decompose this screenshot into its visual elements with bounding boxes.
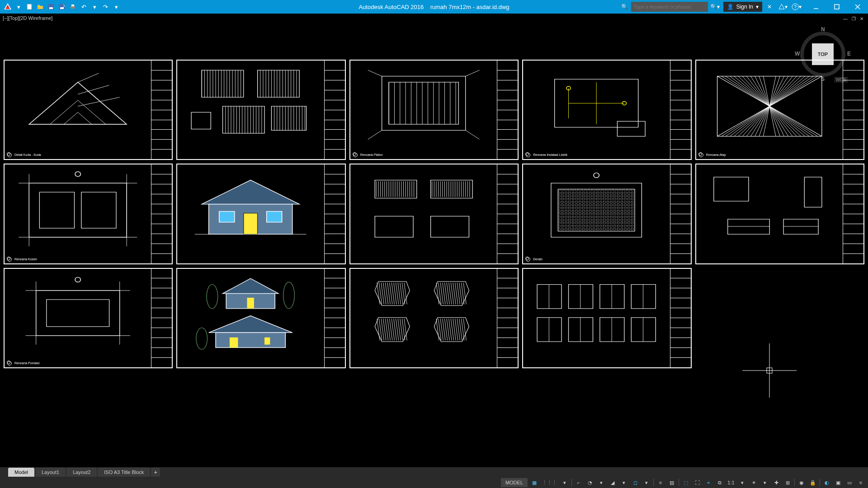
doc-close-icon[interactable]: ✕: [858, 15, 865, 22]
undo-icon[interactable]: ↶: [79, 2, 89, 12]
snap-icon[interactable]: ⋮⋮⋮: [540, 478, 559, 487]
svg-rect-231: [558, 201, 561, 203]
modelspace-button[interactable]: MODEL: [501, 478, 528, 487]
hardware-accel-icon[interactable]: ◐: [821, 478, 832, 487]
svg-rect-452: [614, 192, 616, 194]
redo-dropdown-icon[interactable]: ▾: [111, 2, 121, 12]
selection-filter-icon[interactable]: ⧉: [714, 478, 725, 487]
svg-rect-4: [49, 7, 53, 9]
svg-rect-303: [576, 207, 578, 209]
qat-dropdown-icon[interactable]: ▾: [14, 2, 24, 12]
svg-rect-524: [631, 198, 633, 200]
polar-dropdown-icon[interactable]: ▾: [596, 478, 607, 487]
undo-dropdown-icon[interactable]: ▾: [90, 2, 99, 12]
svg-rect-115: [618, 121, 646, 136]
svg-rect-414: [604, 204, 606, 206]
svg-rect-489: [621, 219, 623, 221]
exchange-icon[interactable]: ✕: [763, 2, 776, 12]
search-prefix-icon[interactable]: 🔍: [618, 2, 631, 12]
svg-rect-335: [583, 219, 585, 221]
sign-in-button[interactable]: 👤 Sign In ▾: [723, 2, 762, 12]
redo-icon[interactable]: ↷: [100, 2, 110, 12]
svg-rect-377: [593, 219, 595, 221]
annotation-scale-button[interactable]: 1:1: [726, 478, 736, 487]
add-layout-button[interactable]: +: [151, 468, 160, 477]
drawing-canvas[interactable]: Detail Kuda - KudaRencana PlafonRencana …: [4, 23, 864, 465]
3dosnap-icon[interactable]: ⛶: [692, 478, 703, 487]
svg-rect-343: [586, 201, 588, 203]
svg-rect-358: [590, 204, 592, 206]
isodraft-dropdown-icon[interactable]: ▾: [618, 478, 629, 487]
svg-rect-333: [583, 213, 585, 215]
svg-line-93: [466, 70, 480, 76]
snap-dropdown-icon[interactable]: ▾: [559, 478, 570, 487]
svg-rect-294: [572, 222, 574, 224]
svg-rect-619: [600, 284, 624, 308]
maximize-button[interactable]: [826, 0, 847, 14]
help-search-input[interactable]: [631, 2, 708, 12]
help-icon[interactable]: ?▾: [790, 2, 803, 12]
transparency-icon[interactable]: ▨: [666, 478, 677, 487]
svg-rect-399: [600, 201, 602, 203]
selection-cycling-icon[interactable]: ⬚: [680, 478, 691, 487]
layout-tab[interactable]: Layout1: [35, 468, 66, 477]
svg-rect-502: [624, 216, 627, 218]
svg-rect-508: [628, 192, 630, 194]
doc-restore-icon[interactable]: ❐: [850, 15, 857, 22]
svg-rect-320: [579, 216, 581, 218]
isolate-objects-icon[interactable]: ▣: [833, 478, 844, 487]
minimize-button[interactable]: [806, 0, 826, 14]
annotation-scale-dropdown-icon[interactable]: ▾: [737, 478, 748, 487]
svg-rect-496: [624, 198, 627, 200]
polar-icon[interactable]: ◔: [585, 478, 595, 487]
dynamic-ucs-icon[interactable]: ⌖: [703, 478, 714, 487]
workspace-dropdown-icon[interactable]: ▾: [760, 478, 770, 487]
workspace-icon[interactable]: ✴: [748, 478, 759, 487]
svg-rect-276: [569, 210, 571, 212]
layout-tab[interactable]: Model: [8, 468, 34, 477]
units-icon[interactable]: ⊞: [782, 478, 793, 487]
new-icon[interactable]: [24, 2, 34, 12]
svg-rect-375: [593, 213, 595, 215]
close-button[interactable]: [847, 0, 868, 14]
ortho-icon[interactable]: ⌐: [573, 478, 584, 487]
autodesk360-icon[interactable]: ▾: [777, 2, 789, 12]
quick-properties-icon[interactable]: ◉: [796, 478, 807, 487]
doc-minimize-icon[interactable]: —: [842, 15, 849, 22]
svg-rect-629: [631, 317, 656, 341]
isodraft-icon[interactable]: ◢: [607, 478, 618, 487]
annotation-monitor-icon[interactable]: ✚: [771, 478, 782, 487]
osnap-dropdown-icon[interactable]: ▾: [641, 478, 652, 487]
svg-rect-267: [565, 225, 567, 227]
svg-rect-361: [590, 213, 592, 215]
svg-rect-300: [576, 198, 578, 200]
app-logo-icon[interactable]: [3, 2, 13, 12]
lineweight-icon[interactable]: ≡: [655, 478, 666, 487]
svg-rect-351: [586, 225, 588, 227]
svg-rect-349: [586, 219, 588, 221]
svg-rect-372: [593, 204, 595, 206]
viewport-label[interactable]: [−][Top][2D Wireframe]: [3, 15, 52, 21]
print-icon[interactable]: [68, 2, 78, 12]
svg-rect-472: [618, 210, 620, 212]
svg-rect-498: [624, 204, 627, 206]
svg-rect-543: [47, 299, 109, 326]
svg-rect-405: [600, 219, 602, 221]
osnap-icon[interactable]: ◻: [630, 478, 641, 487]
svg-rect-501: [624, 213, 627, 215]
svg-rect-379: [593, 225, 595, 227]
open-icon[interactable]: [35, 2, 45, 12]
user-icon: 👤: [727, 4, 734, 10]
saveas-icon[interactable]: [57, 2, 67, 12]
clean-screen-icon[interactable]: ▭: [844, 478, 855, 487]
lock-ui-icon[interactable]: 🔒: [807, 478, 818, 487]
grid-icon[interactable]: ▦: [529, 478, 540, 487]
svg-rect-373: [593, 207, 595, 209]
title-right-group: 🔍 🔍▾ 👤 Sign In ▾ ✕ ▾ ?▾: [618, 0, 868, 14]
search-dropdown-icon[interactable]: 🔍▾: [709, 2, 722, 12]
save-icon[interactable]: [46, 2, 56, 12]
layout-tab[interactable]: Layout2: [66, 468, 97, 477]
layout-tab[interactable]: ISO A3 Title Block: [98, 468, 150, 477]
customize-icon[interactable]: ≡: [855, 478, 866, 487]
title-bar: ▾ ↶ ▾ ↷ ▾ Autodesk AutoCAD 2016 rumah 7m…: [0, 0, 868, 14]
